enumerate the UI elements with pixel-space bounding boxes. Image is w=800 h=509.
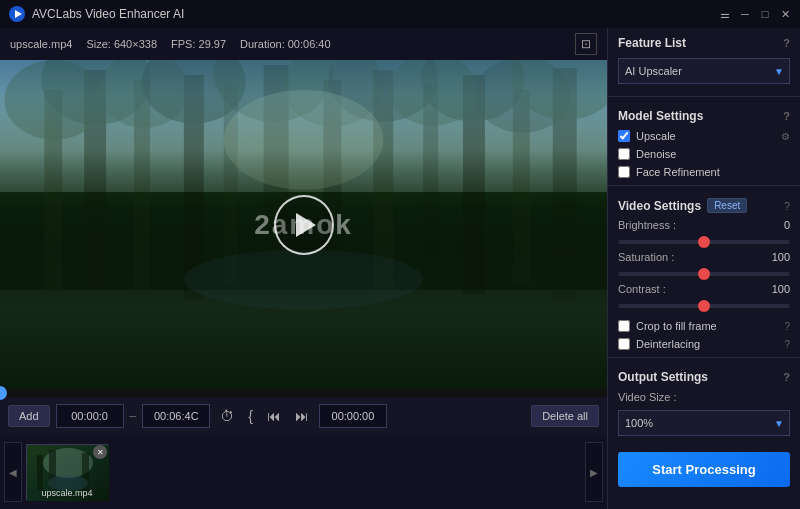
- feature-list-header: Feature List ?: [608, 28, 800, 54]
- crop-to-fill-checkbox[interactable]: [618, 320, 630, 332]
- contrast-slider-row: Contrast : 100: [608, 281, 800, 313]
- brightness-slider-row: Brightness : 0: [608, 217, 800, 249]
- history-button[interactable]: ⏱: [216, 406, 238, 426]
- svg-rect-29: [37, 455, 43, 491]
- model-settings-title: Model Settings: [618, 109, 703, 123]
- start-processing-button[interactable]: Start Processing: [618, 452, 790, 487]
- saturation-value: 100: [772, 251, 790, 263]
- add-button[interactable]: Add: [8, 405, 50, 427]
- play-icon: [296, 213, 316, 237]
- video-settings-help-icon[interactable]: ?: [784, 200, 790, 212]
- face-refinement-label: Face Refinement: [636, 166, 720, 178]
- video-size-select-wrapper: 100% 150% 200% 400% ▼: [618, 410, 790, 436]
- start-time-input[interactable]: [56, 404, 124, 428]
- video-fps: FPS: 29.97: [171, 38, 226, 50]
- video-duration: Duration: 00:06:40: [240, 38, 331, 50]
- thumbnail-strip: ◀: [0, 435, 607, 509]
- strip-next-button[interactable]: ▶: [585, 442, 603, 502]
- denoise-row: Denoise: [608, 145, 800, 163]
- feature-list-select[interactable]: AI Upscaler Denoise Deinterlacing: [618, 58, 790, 84]
- feature-list-select-wrapper: AI Upscaler Denoise Deinterlacing ▼: [618, 58, 790, 84]
- divider-1: [608, 96, 800, 97]
- close-button[interactable]: ✕: [778, 7, 792, 21]
- denoise-label: Denoise: [636, 148, 676, 160]
- upscale-gear-icon[interactable]: ⚙: [781, 131, 790, 142]
- contrast-value: 100: [772, 283, 790, 295]
- crop-help-icon[interactable]: ?: [784, 321, 790, 332]
- brightness-label-row: Brightness : 0: [618, 219, 790, 231]
- video-size: Size: 640×338: [86, 38, 157, 50]
- main-layout: upscale.mp4 Size: 640×338 FPS: 29.97 Dur…: [0, 28, 800, 509]
- left-panel: upscale.mp4 Size: 640×338 FPS: 29.97 Dur…: [0, 28, 608, 509]
- next-frame-button[interactable]: ⏭: [291, 406, 313, 426]
- right-panel: Feature List ? AI Upscaler Denoise Deint…: [608, 28, 800, 509]
- thumbnail-close-button[interactable]: ✕: [93, 445, 107, 459]
- timeline-bar[interactable]: [0, 389, 607, 397]
- face-refinement-checkbox[interactable]: [618, 166, 630, 178]
- crop-to-fill-row: Crop to fill frame ?: [608, 317, 800, 335]
- current-time-input[interactable]: [319, 404, 387, 428]
- brightness-value: 0: [784, 219, 790, 231]
- title-bar: AVCLabs Video Enhancer AI ⚌ ─ □ ✕: [0, 0, 800, 28]
- svg-point-25: [184, 249, 423, 309]
- face-refinement-row: Face Refinement: [608, 163, 800, 181]
- upscale-row: Upscale ⚙: [608, 127, 800, 145]
- video-size-label: Video Size :: [618, 391, 677, 403]
- svg-point-26: [224, 90, 384, 190]
- video-settings-title: Video Settings: [618, 199, 701, 213]
- prev-frame-button[interactable]: ⏮: [263, 406, 285, 426]
- denoise-checkbox[interactable]: [618, 148, 630, 160]
- upscale-label: Upscale: [636, 130, 676, 142]
- menu-button[interactable]: ⚌: [718, 7, 732, 21]
- window-controls: ⚌ ─ □ ✕: [718, 7, 792, 21]
- time-separator: –: [130, 409, 137, 423]
- clip-start-button[interactable]: {: [244, 406, 257, 426]
- saturation-label: Saturation :: [618, 251, 674, 263]
- deinterlacing-help-icon[interactable]: ?: [784, 339, 790, 350]
- thumbnail-item[interactable]: ✕ upscale.mp4: [26, 444, 108, 500]
- delete-all-button[interactable]: Delete all: [531, 405, 599, 427]
- video-settings-reset-button[interactable]: Reset: [707, 198, 747, 213]
- video-settings-header: Video Settings Reset ?: [608, 190, 800, 217]
- contrast-slider[interactable]: [618, 304, 790, 308]
- video-size-row: Video Size :: [608, 388, 800, 406]
- feature-list-title: Feature List: [618, 36, 686, 50]
- contrast-label: Contrast :: [618, 283, 666, 295]
- strip-content: ✕ upscale.mp4: [22, 444, 585, 500]
- video-player[interactable]: 2amok: [0, 60, 607, 389]
- brightness-label: Brightness :: [618, 219, 676, 231]
- strip-prev-button[interactable]: ◀: [4, 442, 22, 502]
- video-filename: upscale.mp4: [10, 38, 72, 50]
- video-size-select[interactable]: 100% 150% 200% 400%: [618, 410, 790, 436]
- output-settings-help-icon[interactable]: ?: [783, 371, 790, 383]
- upscale-checkbox[interactable]: [618, 130, 630, 142]
- model-settings-help-icon[interactable]: ?: [783, 110, 790, 122]
- deinterlacing-row: Deinterlacing ?: [608, 335, 800, 353]
- saturation-slider-row: Saturation : 100: [608, 249, 800, 281]
- minimize-button[interactable]: ─: [738, 7, 752, 21]
- crop-to-fill-label: Crop to fill frame: [636, 320, 717, 332]
- screenshot-button[interactable]: ⊡: [575, 33, 597, 55]
- app-logo: [8, 5, 26, 23]
- output-settings-title: Output Settings: [618, 370, 708, 384]
- app-title: AVCLabs Video Enhancer AI: [32, 7, 718, 21]
- video-info-bar: upscale.mp4 Size: 640×338 FPS: 29.97 Dur…: [0, 28, 607, 60]
- model-settings-header: Model Settings ?: [608, 101, 800, 127]
- divider-3: [608, 357, 800, 358]
- divider-2: [608, 185, 800, 186]
- deinterlacing-checkbox[interactable]: [618, 338, 630, 350]
- thumbnail-label: upscale.mp4: [28, 488, 106, 498]
- saturation-slider[interactable]: [618, 272, 790, 276]
- brightness-slider[interactable]: [618, 240, 790, 244]
- feature-list-help-icon[interactable]: ?: [783, 37, 790, 49]
- saturation-label-row: Saturation : 100: [618, 251, 790, 263]
- deinterlacing-label: Deinterlacing: [636, 338, 700, 350]
- output-settings-header: Output Settings ?: [608, 362, 800, 388]
- play-button[interactable]: [274, 195, 334, 255]
- controls-bar: Add – ⏱ { ⏮ ⏭ Delete all: [0, 397, 607, 435]
- end-time-input[interactable]: [142, 404, 210, 428]
- contrast-label-row: Contrast : 100: [618, 283, 790, 295]
- maximize-button[interactable]: □: [758, 7, 772, 21]
